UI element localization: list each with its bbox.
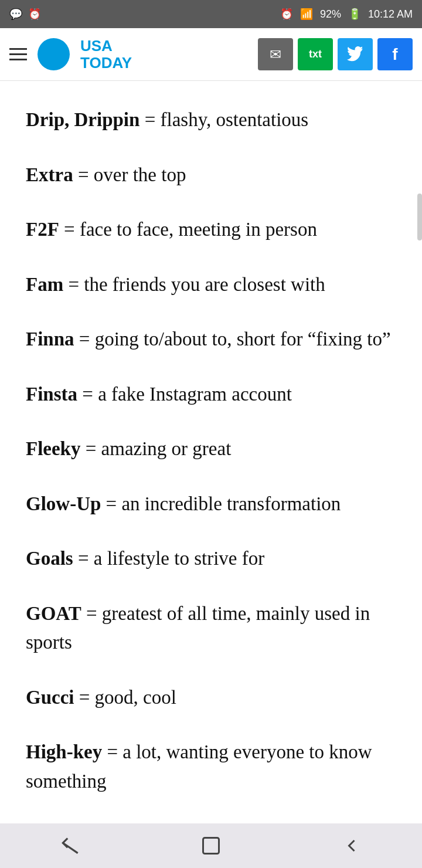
hamburger-line bbox=[9, 59, 27, 60]
term-definition: = the friends you are closest with bbox=[63, 274, 325, 295]
term-word: High-key bbox=[26, 741, 102, 762]
term-word: Finsta bbox=[26, 384, 77, 405]
svg-line-0 bbox=[63, 843, 77, 853]
term-definition: = a fake Instagram account bbox=[77, 384, 292, 405]
nav-forward-button[interactable] bbox=[328, 828, 375, 863]
term-extra: Extra = over the top bbox=[26, 148, 396, 203]
term-word: Fleeky bbox=[26, 438, 80, 459]
alarm-status-icon: ⏰ bbox=[280, 8, 293, 21]
term-word: GOAT bbox=[26, 603, 81, 624]
svg-rect-1 bbox=[203, 838, 219, 854]
battery-level: 92% bbox=[320, 8, 341, 21]
term-definition: = an incredible transformation bbox=[101, 493, 341, 514]
term-high-key: High-key = a lot, wanting everyone to kn… bbox=[26, 725, 396, 809]
status-right-info: ⏰ 📶 92% 🔋 10:12 AM bbox=[280, 8, 413, 21]
hamburger-line bbox=[9, 48, 27, 50]
share-buttons: ✉ txt f bbox=[258, 38, 413, 70]
navbar-left: USA TODAY bbox=[9, 38, 132, 71]
hamburger-menu[interactable] bbox=[9, 48, 27, 60]
term-word: Glow-Up bbox=[26, 493, 101, 514]
term-finna: Finna = going to/about to, short for “fi… bbox=[26, 312, 396, 367]
term-definition: = flashy, ostentatious bbox=[139, 109, 308, 130]
term-goat: GOAT = greatest of all time, mainly used… bbox=[26, 586, 396, 670]
term-word: Drip, Drippin bbox=[26, 109, 139, 130]
term-fam: Fam = the friends you are closest with bbox=[26, 257, 396, 313]
term-definition: = good, cool bbox=[74, 687, 176, 708]
usa-today-logo-text[interactable]: USA TODAY bbox=[80, 38, 132, 71]
term-f2f: F2F = face to face, meeting in person bbox=[26, 202, 396, 257]
share-facebook-button[interactable]: f bbox=[377, 38, 413, 70]
share-email-button[interactable]: ✉ bbox=[258, 38, 293, 70]
clock-time: 10:12 AM bbox=[368, 8, 413, 21]
term-word: Goals bbox=[26, 548, 73, 569]
term-finsta: Finsta = a fake Instagram account bbox=[26, 367, 396, 422]
nav-back-button[interactable] bbox=[47, 828, 94, 863]
status-left-icons: 💬 ⏰ bbox=[9, 8, 41, 21]
term-definition: = amazing or great bbox=[80, 438, 231, 459]
term-word: Fam bbox=[26, 274, 63, 295]
term-word: Gucci bbox=[26, 687, 74, 708]
message-icon: 💬 bbox=[9, 8, 22, 21]
term-fleeky: Fleeky = amazing or great bbox=[26, 422, 396, 477]
term-glow-up: Glow-Up = an incredible transformation bbox=[26, 477, 396, 532]
term-definition: = face to face, meeting in person bbox=[59, 219, 317, 240]
term-definition: = a lifestyle to strive for bbox=[73, 548, 265, 569]
scrollbar bbox=[417, 194, 422, 240]
term-drip: Drip, Drippin = flashy, ostentatious bbox=[26, 93, 396, 148]
term-definition: = going to/about to, short for “fixing t… bbox=[74, 328, 391, 350]
term-gucci: Gucci = good, cool bbox=[26, 670, 396, 725]
navbar: USA TODAY ✉ txt f bbox=[0, 28, 422, 81]
term-word: Extra bbox=[26, 164, 73, 185]
share-sms-button[interactable]: txt bbox=[298, 38, 333, 70]
term-goals: Goals = a lifestyle to strive for bbox=[26, 531, 396, 586]
bottom-nav-bar bbox=[0, 823, 422, 868]
term-definition: = over the top bbox=[73, 164, 186, 185]
nav-home-button[interactable] bbox=[188, 828, 234, 863]
hamburger-line bbox=[9, 53, 27, 55]
status-bar: 💬 ⏰ ⏰ 📶 92% 🔋 10:12 AM bbox=[0, 0, 422, 28]
battery-icon: 🔋 bbox=[348, 8, 361, 21]
wifi-icon: 📶 bbox=[300, 8, 313, 21]
share-twitter-button[interactable] bbox=[338, 38, 373, 70]
usa-today-logo-circle bbox=[38, 38, 70, 70]
term-word: F2F bbox=[26, 219, 59, 240]
alarm-icon: ⏰ bbox=[28, 8, 41, 21]
content-area: Drip, Drippin = flashy, ostentatious Ext… bbox=[0, 81, 422, 868]
term-word: Finna bbox=[26, 328, 74, 350]
